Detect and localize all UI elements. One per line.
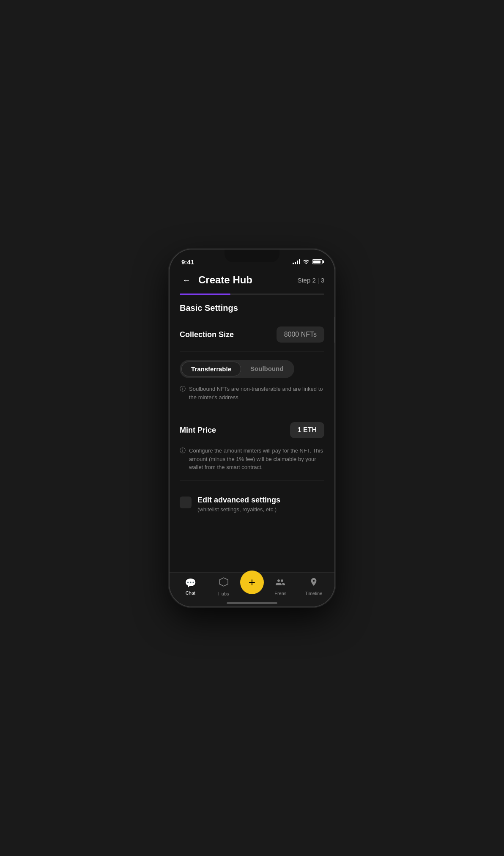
wifi-icon — [303, 259, 310, 265]
phone-frame: 9:41 ← Create Hu — [170, 250, 334, 606]
page-title: Create Hub — [198, 274, 252, 286]
status-time: 9:41 — [181, 258, 194, 266]
back-button[interactable]: ← — [180, 273, 193, 287]
status-icons — [293, 259, 323, 265]
signal-icon — [293, 259, 300, 264]
chat-icon: 💬 — [185, 578, 196, 589]
collection-size-label: Collection Size — [180, 330, 234, 339]
frens-icon — [275, 577, 285, 589]
notch — [225, 250, 279, 262]
progress-bar — [180, 294, 324, 295]
nav-item-hubs[interactable]: Hubs — [207, 577, 241, 596]
step-divider: | — [318, 277, 319, 284]
header-left: ← Create Hub — [180, 273, 252, 287]
timeline-icon — [309, 577, 318, 589]
soulbound-info-row: ⓘ Soulbound NFTs are non-transferable an… — [180, 385, 324, 401]
section-title: Basic Settings — [180, 303, 324, 313]
mint-price-label: Mint Price — [180, 426, 216, 435]
timeline-label: Timeline — [305, 591, 322, 596]
svg-marker-0 — [219, 578, 228, 586]
collection-size-row: Collection Size 8000 NFTs — [180, 323, 324, 351]
battery-icon — [312, 259, 323, 264]
progress-container — [170, 294, 334, 303]
frens-label: Frens — [274, 591, 286, 596]
collection-size-input[interactable]: 8000 NFTs — [277, 326, 324, 343]
divider-3 — [180, 480, 324, 480]
mint-price-input[interactable]: 1 ETH — [290, 422, 324, 438]
nav-item-chat[interactable]: 💬 Chat — [174, 578, 207, 595]
header: ← Create Hub Step 2 | 3 — [170, 270, 334, 294]
collection-size-value: 8000 NFTs — [284, 331, 317, 338]
back-arrow-icon: ← — [182, 275, 191, 285]
phone-screen: 9:41 ← Create Hu — [170, 250, 334, 606]
toggle-transferrable[interactable]: Transferrable — [181, 362, 241, 376]
mint-info-text: Configure the amount minters will pay fo… — [189, 447, 324, 472]
soulbound-info-text: Soulbound NFTs are non-transferable and … — [189, 385, 324, 401]
home-indicator — [227, 602, 277, 604]
nav-item-timeline[interactable]: Timeline — [297, 577, 331, 596]
mint-info-row: ⓘ Configure the amount minters will pay … — [180, 447, 324, 472]
advanced-settings-checkbox[interactable] — [180, 497, 192, 508]
mint-price-row: Mint Price 1 ETH — [180, 419, 324, 447]
step-indicator: Step 2 | 3 — [297, 277, 324, 284]
content-area: Basic Settings Collection Size 8000 NFTs… — [170, 303, 334, 572]
chat-label: Chat — [186, 590, 195, 595]
bottom-nav: 💬 Chat Hubs + Fr — [170, 572, 334, 606]
hubs-icon — [219, 577, 229, 590]
step-total: 3 — [321, 277, 324, 284]
advanced-settings-label: Edit advanced settings — [197, 496, 280, 505]
toggle-transferrable-label: Transferrable — [191, 365, 231, 373]
transfer-toggle-group: Transferrable Soulbound — [180, 360, 294, 378]
divider-1 — [180, 351, 324, 351]
mint-info-icon: ⓘ — [180, 447, 186, 455]
mint-price-value: 1 ETH — [298, 426, 317, 433]
advanced-settings-content: Edit advanced settings (whitelist settin… — [197, 496, 280, 513]
toggle-soulbound-label: Soulbound — [250, 365, 283, 372]
progress-fill — [180, 294, 230, 295]
add-button[interactable]: + — [240, 571, 264, 594]
nav-item-frens[interactable]: Frens — [264, 577, 297, 596]
toggle-soulbound[interactable]: Soulbound — [241, 362, 293, 376]
divider-2 — [180, 410, 324, 410]
advanced-settings-row: Edit advanced settings (whitelist settin… — [180, 489, 324, 521]
advanced-settings-sublabel: (whitelist settings, royalties, etc.) — [197, 506, 280, 513]
side-button — [334, 317, 334, 343]
add-icon: + — [249, 576, 255, 588]
info-icon: ⓘ — [180, 385, 186, 393]
hubs-label: Hubs — [218, 591, 229, 596]
step-current: Step 2 — [297, 277, 315, 284]
